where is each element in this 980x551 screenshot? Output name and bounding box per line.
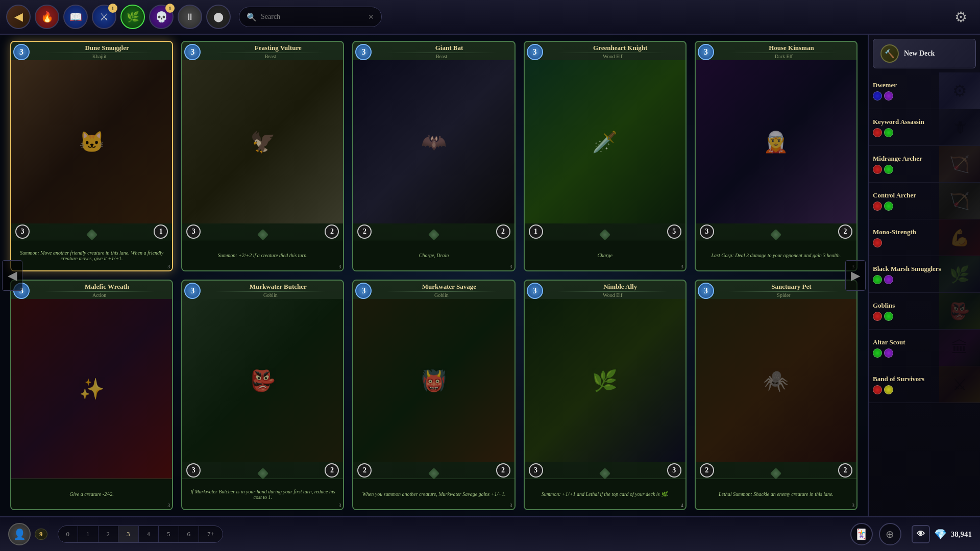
card-art: 👺 <box>182 299 343 462</box>
art-figure: 🦅 <box>182 60 343 223</box>
deck-icon-button[interactable]: 🃏 <box>850 523 873 545</box>
card-dune-smuggler[interactable]: 3 Dune Smuggler Khajiit 🐱 3 1 Summon: Mo… <box>10 41 173 271</box>
card-health: 2 <box>325 224 339 239</box>
color-dot-blue <box>873 91 882 101</box>
card-ability: Summon: +2/+2 if a creature died this tu… <box>182 240 343 270</box>
card-type: Beast <box>265 54 276 59</box>
deck-info: Midrange Archer <box>873 155 976 174</box>
currency-amount: 38,941 <box>951 530 972 539</box>
card-title-area: Greenheart Knight Wood Elf <box>525 42 685 60</box>
card-stats: 2 2 <box>353 223 514 240</box>
color-dot-green <box>884 312 893 321</box>
art-figure: 🌿 <box>525 299 685 462</box>
card-stats: 2 2 <box>696 462 856 479</box>
card-sanctuary-pet[interactable]: 3 Sanctuary Pet Spider 🕷️ 2 2 Lethal Sum… <box>695 280 857 510</box>
card-ability-text: Summon: +1/+1 and Lethal if the top card… <box>542 491 669 497</box>
card-copies: 3 <box>167 264 170 269</box>
back-button[interactable]: ◀ <box>6 5 31 29</box>
sort-icon-button[interactable]: ⊕ <box>879 523 901 545</box>
new-deck-button[interactable]: 🔨 New Deck <box>873 39 976 68</box>
art-figure: 👺 <box>182 299 343 462</box>
next-page-arrow[interactable]: ▶ <box>845 260 866 291</box>
filter-tab-1[interactable]: 1 <box>78 526 99 542</box>
circle-nav-button[interactable]: ⬤ <box>206 5 231 29</box>
card-title-area: Nimble Ally Wood Elf <box>525 281 685 299</box>
card-house-kinsman[interactable]: 3 House Kinsman Dark Elf 🧝 3 2 Last Gasp… <box>695 41 857 271</box>
card-copies: 3 <box>338 503 341 508</box>
card-divider <box>386 53 496 53</box>
deck-item-black-marsh-smugglers[interactable]: Black Marsh Smugglers 🌿 <box>869 256 980 293</box>
deck-name: Dwemer <box>873 81 976 89</box>
card-copies: 3 <box>167 503 170 508</box>
eye-icon: 👁 <box>912 525 930 543</box>
card-ability: Summon: Move another friendly creature i… <box>11 240 172 270</box>
card-title-area: Feasting Vulture Beast <box>182 42 343 60</box>
card-divider <box>215 291 325 292</box>
card-murkwater-savage[interactable]: 3 Murkwater Savage Goblin 👹 2 2 When you… <box>352 280 515 510</box>
deck-colors <box>873 238 976 247</box>
deck-item-midrange-archer[interactable]: Midrange Archer 🏹 <box>869 146 980 183</box>
card-type: Dark Elf <box>775 54 793 59</box>
prev-page-arrow[interactable]: ◀ <box>2 260 22 291</box>
card-title-area: House Kinsman Dark Elf <box>696 42 856 60</box>
card-type: Wood Elf <box>603 292 622 298</box>
deck-item-goblins[interactable]: Goblins 👺 <box>869 293 980 330</box>
search-clear-button[interactable]: ✕ <box>368 13 374 21</box>
deck-item-control-archer[interactable]: Control Archer 🏹 <box>869 183 980 219</box>
card-health: 2 <box>496 224 510 239</box>
deck-colors <box>873 91 976 101</box>
card-greenheart-knight[interactable]: 3 Greenheart Knight Wood Elf 🗡️ 1 5 Char… <box>524 41 687 271</box>
deck-item-band-of-survivors[interactable]: Band of Survivors ⚔ <box>869 366 980 403</box>
card-type: Wood Elf <box>603 54 622 59</box>
deck-item-mono-strength[interactable]: Mono-Strength 💪 <box>869 219 980 256</box>
card-health: 2 <box>496 463 510 478</box>
deck-item-dwemer[interactable]: Dwemer ⚙ <box>869 72 980 109</box>
settings-button[interactable]: ⚙ <box>947 4 974 30</box>
card-malefic-wreath[interactable]: 3 Malefic Wreath Action ✨ Give a creatur… <box>10 280 173 510</box>
filter-tab-2[interactable]: 2 <box>99 526 119 542</box>
deck-info: Control Archer <box>873 191 976 211</box>
deck-colors <box>873 128 976 137</box>
leaf-nav-button[interactable]: 🌿 <box>120 5 145 29</box>
avatar-icon: 👤 <box>13 528 26 540</box>
deck-colors <box>873 165 976 174</box>
color-dot-purple <box>884 348 893 358</box>
deck-info: Mono-Strength <box>873 228 976 247</box>
card-divider <box>44 53 154 53</box>
card-title-area: Murkwater Savage Goblin <box>353 281 514 299</box>
deck-name: Control Archer <box>873 191 976 199</box>
sort-icon: ⊕ <box>886 528 894 540</box>
deck-sidebar: 🔨 New Deck Dwemer ⚙ Keyword Assassin 🗡 M… <box>868 35 980 516</box>
filter-tab-7+[interactable]: 7+ <box>199 526 223 542</box>
filter-tab-5[interactable]: 5 <box>159 526 179 542</box>
card-health: 2 <box>838 224 852 239</box>
card-art: 🦇 <box>353 60 514 223</box>
card-murkwater-butcher[interactable]: 3 Murkwater Butcher Goblin 👺 3 2 If Murk… <box>181 280 344 510</box>
card-feasting-vulture[interactable]: 3 Feasting Vulture Beast 🦅 3 2 Summon: +… <box>181 41 344 271</box>
filter-tab-6[interactable]: 6 <box>179 526 200 542</box>
card-attack: 1 <box>529 224 543 239</box>
card-attack: 3 <box>529 463 543 478</box>
deck-colors <box>873 348 976 358</box>
search-input[interactable] <box>261 13 364 21</box>
filter-tab-4[interactable]: 4 <box>139 526 159 542</box>
skull-nav-button[interactable]: 💀 1 <box>149 5 174 29</box>
top-navigation: ◀ 🔥 📖 ⚔ 1 🌿 💀 1 ⏸ ⬤ 🔍 ✕ ⚙ <box>0 0 980 35</box>
deck-info: Goblins <box>873 302 976 321</box>
card-ability: Summon: +1/+1 and Lethal if the top card… <box>525 479 685 509</box>
deck-name: Mono-Strength <box>873 228 976 236</box>
filter-tab-3[interactable]: 3 <box>118 526 139 542</box>
deck-item-altar-scout[interactable]: Altar Scout 🏛 <box>869 330 980 366</box>
swords-nav-button[interactable]: ⚔ 1 <box>92 5 116 29</box>
card-type: Beast <box>436 54 447 59</box>
deck-item-keyword-assassin[interactable]: Keyword Assassin 🗡 <box>869 109 980 146</box>
set-icon <box>257 468 268 480</box>
card-stats: 3 2 <box>696 223 856 240</box>
card-giant-bat[interactable]: 3 Giant Bat Beast 🦇 2 2 Charge, Drain 3 <box>352 41 515 271</box>
filter-tab-0[interactable]: 0 <box>58 526 79 542</box>
deck-info: Keyword Assassin <box>873 118 976 137</box>
card-nimble-ally[interactable]: 3 Nimble Ally Wood Elf 🌿 3 3 Summon: +1/… <box>524 280 687 510</box>
pause-nav-button[interactable]: ⏸ <box>178 5 202 29</box>
fire-nav-button[interactable]: 🔥 <box>35 5 59 29</box>
book-nav-button[interactable]: 📖 <box>63 5 88 29</box>
